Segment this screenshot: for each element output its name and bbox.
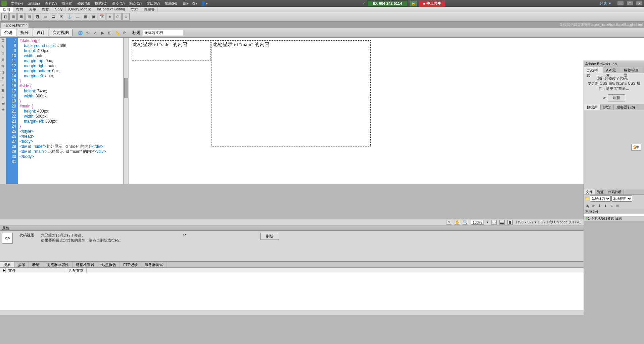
results-tab[interactable]: 浏览器兼容性 [43,262,73,267]
gutter-icon[interactable]: ⊞ [1,88,4,93]
ruler-icon[interactable]: 📏 [114,30,120,36]
gutter-icon[interactable]: ✎ [1,45,4,49]
tool-icon[interactable]: ✉ [58,13,65,20]
close-button[interactable]: ✕ [636,1,643,6]
refresh-icon[interactable]: ⟳ [591,203,596,208]
minimize-button[interactable]: — [617,1,624,6]
pointer-icon[interactable]: ↖ [447,220,452,225]
put-icon[interactable]: ⬆ [603,203,608,208]
tool-icon[interactable]: 📅 [98,13,105,20]
expand-icon[interactable]: ⊞ [615,203,620,208]
view-button[interactable]: 拆分 [17,29,32,36]
tool-icon[interactable]: ▤ [26,13,33,20]
tool-icon[interactable]: ◈ [106,13,113,20]
menu-item[interactable]: 插入(I) [59,0,74,7]
panel-tab[interactable]: CSS样式 [584,67,603,73]
insert-category[interactable]: jQuery Mobile [66,7,94,12]
workspace-switcher[interactable]: 经典 ▼ [600,1,612,6]
refresh-button[interactable]: 刷新 [608,94,625,101]
results-tab[interactable]: 参考 [14,262,29,267]
refresh-icon[interactable]: ⟳ [122,30,128,36]
gear-icon[interactable]: ✿▾ [192,1,197,6]
gutter-icon[interactable]: ◈ [2,107,4,112]
menu-item[interactable]: 格式(O) [93,0,109,7]
results-tab[interactable]: FTP记录 [120,262,141,267]
files-tab[interactable]: 文件 [584,189,595,195]
gutter-icon[interactable]: ≡ [2,95,4,99]
screen-icon[interactable]: ▭ [491,220,497,225]
files-tab[interactable]: 资源 [595,189,606,195]
files-tab[interactable]: 代码片断 [606,189,624,195]
screen-icon[interactable]: ▬ [499,220,505,225]
title-input[interactable] [143,30,183,36]
panel-tab[interactable]: 标签检查器 [621,67,644,73]
arrow-icon[interactable]: ▶ [99,30,105,36]
menu-item[interactable]: 帮助(H) [163,0,179,7]
view-select[interactable]: 本地视图 [611,196,632,202]
results-tab[interactable]: 站点报告 [98,262,120,267]
refresh-icon[interactable]: ⟳ [603,96,606,100]
panel-tab[interactable]: 数据库 [584,104,601,110]
site-select[interactable]: 站酷练习 [590,196,611,202]
insert-category[interactable]: 布局 [13,7,26,12]
view-button[interactable]: 实时视图 [49,29,73,36]
gutter-icon[interactable]: ⊡ [1,38,4,43]
user-icon[interactable]: 👤▾ [201,1,208,6]
gutter-icon[interactable]: {} [2,70,4,74]
hand-icon[interactable]: ✋ [455,220,460,225]
menu-item[interactable]: 编辑(E) [26,0,42,7]
tool-icon[interactable]: ▦ [82,13,89,20]
tool-icon[interactable]: ◧ [1,13,9,20]
sync-icon[interactable]: ⇅ [609,203,614,208]
gutter-icon[interactable]: ⬓ [1,101,5,105]
connect-icon[interactable]: 🔌 [585,203,590,208]
stop-share-button[interactable]: ■ 停止共享 [419,0,445,7]
close-icon[interactable]: ✕ [25,23,28,27]
panel-tab[interactable]: 绑定 [601,104,614,110]
globe-icon[interactable]: 🌐 [77,30,83,36]
menu-item[interactable]: 文件(F) [9,0,25,7]
code-text[interactable]: #dakuang { background-color: #666; heigh… [18,38,123,184]
tool-icon[interactable]: ⬓ [50,13,57,20]
zoom-icon[interactable]: 🔍 [463,220,468,225]
maximize-button[interactable]: ▢ [627,1,633,6]
zoom-value[interactable]: 100% [471,220,484,225]
insert-category[interactable]: 收藏夹 [141,7,158,12]
gutter-icon[interactable]: # [2,76,4,80]
menu-item[interactable]: 修改(M) [75,0,92,7]
tool-icon[interactable]: ▣ [90,13,97,20]
panel-tab[interactable]: 服务器行为 [614,104,638,110]
view-button[interactable]: 设计 [33,29,48,36]
tool-icon[interactable]: 🖼 [34,13,41,20]
nav-icon[interactable]: ⟲ [85,30,91,36]
results-tab[interactable]: 验证 [29,262,43,267]
tool-icon[interactable]: ⚓ [66,13,73,20]
results-tab[interactable]: 搜索 [0,262,14,267]
menu-item[interactable]: 站点(S) [127,0,144,7]
insert-category[interactable]: 数据 [39,7,52,12]
gutter-icon[interactable]: ⌕ [2,82,4,86]
results-tab[interactable]: 服务器调试 [141,262,167,267]
tool-icon[interactable]: ◶ [114,13,122,20]
gutter-icon[interactable]: ⇆ [1,64,4,68]
menu-item[interactable]: 命令(C) [110,0,127,7]
view-button[interactable]: 代码 [1,29,16,36]
panel-tab[interactable]: AP 元素 [603,67,621,73]
screen-icon[interactable]: ▮ [507,220,513,225]
menu-item[interactable]: 查看(V) [43,0,59,7]
design-panel[interactable]: 此处显示 id "side" 的内容 此处显示 id "main" 的内容 [129,38,644,184]
insert-category[interactable]: 文本 [128,7,141,12]
insert-category[interactable]: InContext Editing [94,7,128,12]
check-icon[interactable]: ✓ [92,30,98,36]
code-panel[interactable]: 7891011121314151617181920212223242526272… [6,38,129,184]
scrollbar[interactable] [123,38,129,184]
tool-icon[interactable]: ▭ [42,13,49,20]
insert-category[interactable]: 表单 [26,7,39,12]
grid-icon[interactable]: ⊞ [107,30,113,36]
results-tab[interactable]: 链接检查器 [73,262,98,267]
refresh-icon[interactable]: ⟳ [183,233,186,237]
tool-icon[interactable]: — [74,13,81,20]
tool-icon[interactable]: ◇ [122,13,130,20]
layout-icon[interactable]: ▦▾ [183,1,189,6]
refresh-button[interactable]: 刷新 [260,233,279,240]
